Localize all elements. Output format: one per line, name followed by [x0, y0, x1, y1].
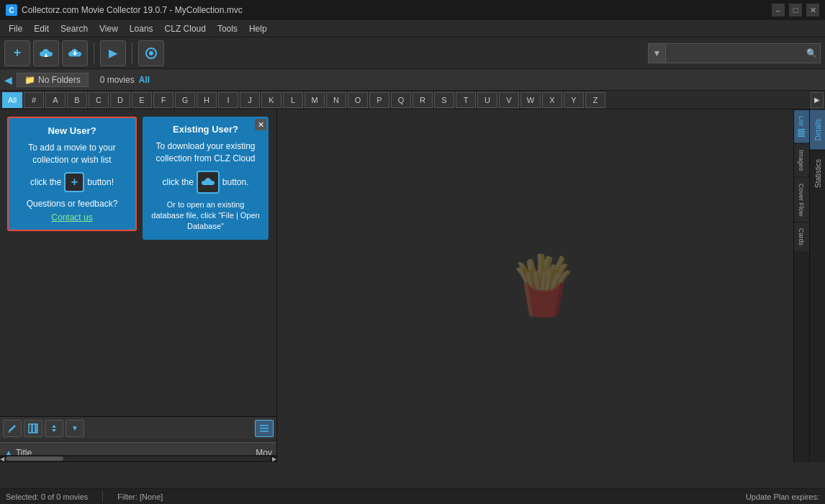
- details-tab[interactable]: Details: [810, 109, 825, 150]
- existing-user-body2: Or to open an existing database file, cl…: [150, 199, 261, 233]
- add-icon-box: +: [64, 172, 84, 192]
- folder-arrow-left[interactable]: ◀: [4, 74, 12, 86]
- main-area: New User? To add a movie to your collect…: [0, 109, 825, 462]
- alpha-expand[interactable]: ▶: [811, 92, 824, 108]
- alpha-x[interactable]: X: [542, 92, 562, 108]
- app-title: Collectorz.com Movie Collector 19.0.7 - …: [22, 5, 767, 15]
- scroll-right-arrow[interactable]: ▶: [272, 456, 276, 462]
- sort-button[interactable]: [45, 420, 63, 437]
- menu-help[interactable]: Help: [243, 20, 273, 37]
- horizontal-scrollbar[interactable]: ◀ ▶: [0, 455, 276, 462]
- alpha-e[interactable]: E: [132, 92, 152, 108]
- existing-button-label: button.: [222, 177, 249, 187]
- menu-file[interactable]: File: [3, 20, 28, 37]
- new-user-body: To add a movie to your collection or wis…: [16, 142, 128, 166]
- search-dropdown[interactable]: ▼: [649, 44, 666, 63]
- app-icon: C: [6, 4, 17, 16]
- menu-tools[interactable]: Tools: [212, 20, 243, 37]
- movie-count: 0 movies: [100, 75, 135, 85]
- menu-clz-cloud[interactable]: CLZ Cloud: [159, 20, 212, 37]
- alpha-y[interactable]: Y: [564, 92, 584, 108]
- svg-rect-1: [45, 54, 47, 57]
- alpha-v[interactable]: V: [499, 92, 519, 108]
- new-user-title: New User?: [16, 125, 128, 136]
- images-tab[interactable]: Images: [794, 143, 809, 177]
- menu-loans[interactable]: Loans: [124, 20, 159, 37]
- maximize-button[interactable]: □: [789, 4, 802, 17]
- alpha-u[interactable]: U: [477, 92, 497, 108]
- selected-status: Selected: 0 of 0 movies: [6, 492, 88, 501]
- alpha-i[interactable]: I: [218, 92, 238, 108]
- svg-rect-8: [32, 424, 35, 433]
- existing-user-title: Existing User?: [150, 124, 261, 135]
- cloud-icon-box: [197, 171, 220, 194]
- cloud-upload-button[interactable]: [62, 40, 88, 66]
- alpha-j[interactable]: J: [240, 92, 260, 108]
- menu-search[interactable]: Search: [55, 20, 94, 37]
- alpha-s[interactable]: S: [434, 92, 454, 108]
- contact-us-link[interactable]: Contact us: [16, 212, 128, 222]
- scroll-left-arrow[interactable]: ◀: [0, 456, 4, 462]
- menu-bar: File Edit Search View Loans CLZ Cloud To…: [0, 20, 825, 37]
- list-view-button[interactable]: [255, 420, 274, 437]
- list-tab[interactable]: List: [794, 109, 809, 143]
- alpha-t[interactable]: T: [456, 92, 476, 108]
- status-separator-1: [102, 492, 103, 502]
- alpha-h[interactable]: H: [197, 92, 217, 108]
- add-movie-button[interactable]: +: [4, 40, 30, 66]
- alpha-n[interactable]: N: [326, 92, 346, 108]
- filter-status: Filter: [None]: [117, 492, 163, 501]
- alpha-z[interactable]: Z: [585, 92, 605, 108]
- watermark: 🍟: [508, 252, 580, 320]
- cloud-download-button[interactable]: [33, 40, 59, 66]
- alpha-l[interactable]: L: [283, 92, 303, 108]
- menu-view[interactable]: View: [94, 20, 124, 37]
- menu-edit[interactable]: Edit: [28, 20, 55, 37]
- minimize-button[interactable]: –: [772, 4, 785, 17]
- alpha-m[interactable]: M: [305, 92, 325, 108]
- statistics-tab[interactable]: Statistics: [810, 150, 825, 197]
- alpha-w[interactable]: W: [520, 92, 541, 108]
- status-bar: Selected: 0 of 0 movies Filter: [None] U…: [0, 488, 825, 504]
- title-bar: C Collectorz.com Movie Collector 19.0.7 …: [0, 0, 825, 20]
- alpha-a[interactable]: A: [45, 92, 66, 108]
- alpha-c[interactable]: C: [89, 92, 109, 108]
- alpha-p[interactable]: P: [369, 92, 389, 108]
- folder-selector[interactable]: 📁 No Folders: [17, 73, 89, 87]
- alpha-k[interactable]: K: [261, 92, 281, 108]
- left-panel: New User? To add a movie to your collect…: [0, 109, 277, 462]
- close-button[interactable]: ✕: [806, 4, 819, 17]
- statistics-tab-label: Statistics: [814, 159, 822, 188]
- filter-dropdown-button[interactable]: ▼: [66, 420, 84, 437]
- scan-button[interactable]: [138, 40, 164, 66]
- alpha-hash[interactable]: #: [24, 92, 44, 108]
- play-button[interactable]: ▶: [100, 40, 126, 66]
- scroll-thumb: [6, 456, 63, 461]
- alpha-o[interactable]: O: [348, 92, 368, 108]
- svg-rect-7: [29, 424, 32, 433]
- columns-button[interactable]: [24, 420, 42, 437]
- search-input[interactable]: [666, 48, 803, 58]
- svg-rect-9: [36, 424, 37, 433]
- toolbar: + ▶ ▼ 🔍: [0, 37, 825, 69]
- alpha-f[interactable]: F: [153, 92, 173, 108]
- alpha-q[interactable]: Q: [391, 92, 411, 108]
- alpha-d[interactable]: D: [110, 92, 130, 108]
- close-existing-card-button[interactable]: ✕: [255, 119, 266, 130]
- folder-icon: 📁: [24, 75, 35, 85]
- toolbar-separator-1: [94, 42, 94, 64]
- edit-button[interactable]: [3, 420, 22, 437]
- click-the-text: click the: [30, 177, 61, 187]
- all-button[interactable]: All: [139, 75, 150, 85]
- right-view-tabs: List Images Cover Flow Cards: [793, 109, 809, 462]
- search-icon: 🔍: [803, 44, 820, 63]
- cards-tab[interactable]: Cards: [794, 222, 809, 251]
- cover-flow-tab[interactable]: Cover Flow: [794, 177, 809, 222]
- svg-marker-10: [52, 425, 56, 428]
- alpha-r[interactable]: R: [412, 92, 433, 108]
- existing-user-card: ✕ Existing User? To download your existi…: [143, 117, 269, 240]
- alpha-all[interactable]: All: [2, 92, 22, 108]
- list-tab-label: List: [798, 116, 806, 126]
- alpha-b[interactable]: B: [67, 92, 87, 108]
- alpha-g[interactable]: G: [175, 92, 195, 108]
